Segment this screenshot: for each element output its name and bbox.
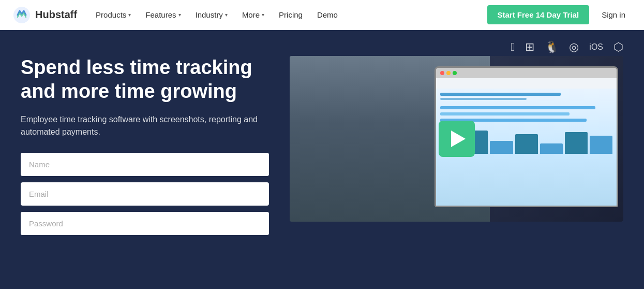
hero-content: Spend less time tracking and more time g…	[0, 30, 644, 289]
logo[interactable]: Hubstaff	[12, 6, 77, 24]
apple-icon: 	[511, 40, 515, 54]
navbar: Hubstaff Products ▾ Features ▾ Industry …	[0, 0, 644, 30]
hero-form	[21, 153, 269, 235]
play-button[interactable]	[439, 121, 475, 157]
video-container	[290, 56, 623, 222]
industry-chevron-icon: ▾	[225, 12, 228, 18]
features-menu[interactable]: Features ▾	[139, 6, 187, 23]
android-icon: ⬡	[613, 40, 623, 54]
nav-links: Products ▾ Features ▾ Industry ▾ More ▾ …	[89, 6, 487, 23]
play-triangle-icon	[451, 131, 466, 147]
features-chevron-icon: ▾	[178, 12, 181, 18]
ios-label: iOS	[589, 42, 603, 52]
hero-subtext: Employee time tracking software with scr…	[21, 113, 269, 138]
demo-link[interactable]: Demo	[311, 6, 344, 23]
products-chevron-icon: ▾	[128, 12, 131, 18]
industry-menu[interactable]: Industry ▾	[189, 6, 234, 23]
trial-button[interactable]: Start Free 14 Day Trial	[487, 5, 590, 24]
more-menu[interactable]: More ▾	[236, 6, 271, 23]
linux-icon: 🐧	[545, 40, 559, 54]
platform-icons:  ⊞ 🐧 ◎ iOS ⬡	[511, 40, 623, 54]
signin-link[interactable]: Sign in	[595, 6, 632, 23]
more-chevron-icon: ▾	[262, 12, 264, 18]
email-input[interactable]	[21, 182, 269, 206]
logo-text: Hubstaff	[35, 9, 77, 21]
hero-section:  ⊞ 🐧 ◎ iOS ⬡ Spend less time tracking a…	[0, 30, 644, 289]
hubstaff-logo-icon	[12, 6, 31, 24]
nav-right: Start Free 14 Day Trial Sign in	[487, 5, 632, 24]
products-menu[interactable]: Products ▾	[89, 6, 137, 23]
hero-headline: Spend less time tracking and more time g…	[21, 56, 269, 103]
hero-right	[290, 56, 623, 222]
hero-left: Spend less time tracking and more time g…	[21, 56, 269, 235]
pricing-link[interactable]: Pricing	[273, 6, 309, 23]
video-background	[290, 56, 623, 222]
chrome-icon: ◎	[569, 40, 579, 54]
windows-icon: ⊞	[525, 40, 534, 54]
name-input[interactable]	[21, 153, 269, 176]
password-input[interactable]	[21, 212, 269, 235]
